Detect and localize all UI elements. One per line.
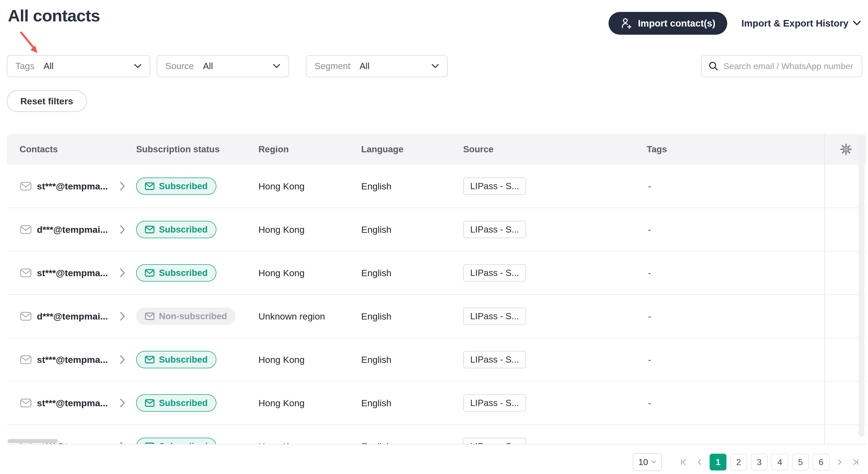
segment-filter-dropdown[interactable]: Segment All <box>306 55 448 77</box>
contact-email: st***@tempma... <box>37 398 108 408</box>
last-page-button[interactable] <box>849 454 862 471</box>
table-header: Contacts Subscription status Region Lang… <box>7 134 867 165</box>
pagination: 10 1 2 3 4 5 6 <box>632 453 862 471</box>
region-cell: Hong Kong <box>258 225 305 235</box>
page-button-5[interactable]: 5 <box>792 454 809 471</box>
double-chevron-left-icon <box>680 459 687 466</box>
source-filter-value: All <box>203 61 213 71</box>
region-cell: Hong Kong <box>258 398 305 408</box>
subscription-badge: Subscribed <box>136 394 216 412</box>
tags-cell: - <box>648 354 651 365</box>
subscription-badge: Subscribed <box>136 351 216 368</box>
language-cell: English <box>361 441 392 445</box>
first-page-button[interactable] <box>677 454 689 471</box>
envelope-icon <box>145 399 155 407</box>
subscription-badge: Non-subscribed <box>136 308 236 325</box>
column-settings-button[interactable] <box>840 143 852 156</box>
envelope-icon <box>20 353 32 366</box>
envelope-icon <box>145 269 155 277</box>
chevron-down-icon <box>853 21 861 26</box>
region-cell: Unknown region <box>258 311 325 322</box>
tags-cell: - <box>648 225 651 235</box>
table-row: st***@tempma... Subscribed Hong Kong Eng… <box>7 165 867 208</box>
envelope-icon <box>20 310 32 323</box>
source-chip: LIPass - S... <box>463 264 526 281</box>
column-header-subscription-status: Subscription status <box>136 144 220 155</box>
page-button-4[interactable]: 4 <box>772 454 788 471</box>
envelope-icon <box>145 442 155 444</box>
page-button-6[interactable]: 6 <box>813 454 830 471</box>
import-export-history-label: Import & Export History <box>741 18 848 29</box>
red-arrow-icon <box>19 30 43 58</box>
subscription-status-label: Subscribed <box>159 181 208 191</box>
contacts-page: All contacts Import contact(s) Import & … <box>0 0 868 474</box>
reset-filters-button[interactable]: Reset filters <box>7 90 87 112</box>
tags-cell: - <box>648 441 651 445</box>
contact-cell[interactable]: st***@tempma... <box>20 267 125 279</box>
previous-page-button[interactable] <box>693 454 706 471</box>
chevron-down-icon <box>651 461 656 464</box>
table-row: st***@tempma... Subscribed Hong Kong Eng… <box>7 338 867 381</box>
contact-email: st***@tempma... <box>37 268 108 278</box>
table-body: st***@tempma... Subscribed Hong Kong Eng… <box>7 165 867 444</box>
header-actions: Import contact(s) Import & Export Histor… <box>609 12 861 35</box>
tags-cell: - <box>648 181 651 192</box>
chevron-right-icon <box>836 459 843 466</box>
vertical-scrollbar[interactable] <box>859 136 865 437</box>
tags-cell: - <box>648 268 651 278</box>
subscription-badge: Subscribed <box>136 221 216 238</box>
chevron-right-icon[interactable] <box>120 398 125 408</box>
segment-filter-label: Segment <box>315 61 350 71</box>
envelope-icon <box>145 356 155 364</box>
envelope-icon <box>20 397 32 409</box>
table-row: st***@tempma... Subscribed Hong Kong Eng… <box>7 251 867 295</box>
import-export-history-menu[interactable]: Import & Export History <box>741 18 861 29</box>
subscription-status-label: Subscribed <box>159 441 208 444</box>
region-cell: Hong Kong <box>258 441 305 445</box>
source-filter-label: Source <box>165 61 194 71</box>
horizontal-scrollbar-thumb[interactable] <box>8 439 58 443</box>
double-chevron-right-icon <box>852 459 859 466</box>
tags-filter-dropdown[interactable]: Tags All <box>7 55 150 77</box>
source-chip: LIPass - S... <box>463 351 526 368</box>
contact-cell[interactable]: st***@tempma... <box>20 397 125 409</box>
chevron-right-icon[interactable] <box>120 225 125 234</box>
person-plus-icon <box>620 18 632 29</box>
chevron-right-icon[interactable] <box>120 181 125 191</box>
contact-email: d***@tempmai... <box>37 311 108 322</box>
contact-cell[interactable]: d***@tempmai... <box>20 223 125 236</box>
next-page-button[interactable] <box>833 454 846 471</box>
page-button-3[interactable]: 3 <box>751 454 768 471</box>
subscription-status-label: Subscribed <box>159 354 208 365</box>
table-row: st***@tempma... Subscribed Hong Kong Eng… <box>7 381 867 425</box>
tags-filter-value: All <box>44 61 54 71</box>
subscription-status-label: Subscribed <box>159 225 208 235</box>
source-filter-dropdown[interactable]: Source All <box>157 55 289 77</box>
contact-cell[interactable]: st***@tempma... <box>20 180 125 193</box>
language-cell: English <box>361 311 392 322</box>
page-button-1[interactable]: 1 <box>710 454 726 471</box>
search-input[interactable] <box>723 61 855 71</box>
chevron-right-icon[interactable] <box>120 355 125 364</box>
contact-email: st***@tempma... <box>37 354 108 365</box>
source-chip: LIPass - S... <box>463 308 526 325</box>
subscription-status-label: Subscribed <box>159 398 208 408</box>
tags-cell: - <box>648 311 651 322</box>
page-size-select[interactable]: 10 <box>632 453 662 471</box>
tags-filter-label: Tags <box>16 61 34 71</box>
table-row: st***@tempma... Subscribed Hong Kong Eng… <box>7 425 867 444</box>
page-size-value: 10 <box>638 457 648 467</box>
subscription-badge: Subscribed <box>136 264 216 281</box>
chevron-right-icon[interactable] <box>120 268 125 277</box>
chevron-right-icon[interactable] <box>120 312 125 321</box>
contact-cell[interactable]: d***@tempmai... <box>20 310 125 323</box>
import-contacts-button[interactable]: Import contact(s) <box>609 12 727 35</box>
chevron-right-icon[interactable] <box>120 442 125 444</box>
language-cell: English <box>361 225 392 235</box>
column-header-tags: Tags <box>647 144 667 155</box>
page-button-2[interactable]: 2 <box>730 454 747 471</box>
envelope-icon <box>20 180 32 193</box>
contact-cell[interactable]: st***@tempma... <box>20 353 125 366</box>
envelope-icon <box>20 267 32 279</box>
import-contacts-label: Import contact(s) <box>638 18 715 29</box>
